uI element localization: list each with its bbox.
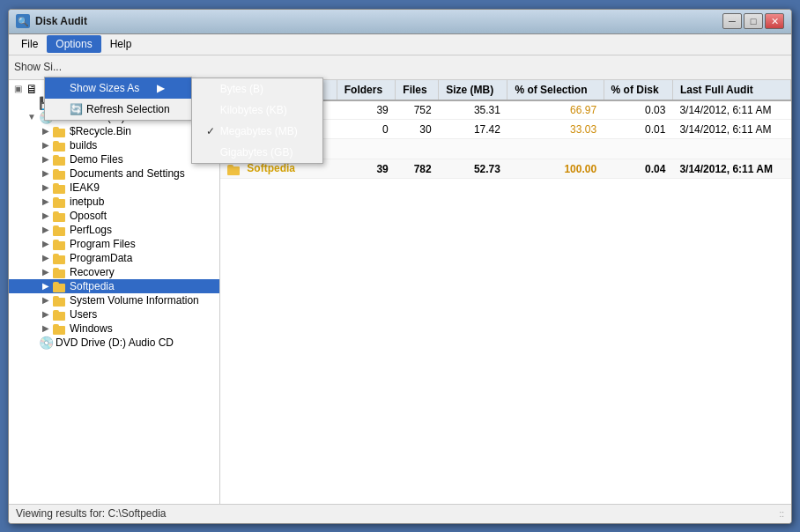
col-pct-sel: % of Selection [507, 80, 604, 100]
folder-icon [53, 308, 67, 321]
row-files: 752 [396, 100, 439, 120]
tree-system-volume[interactable]: ▶ System Volume Information [9, 293, 219, 307]
folder-icon [53, 238, 67, 250]
main-window: 🔍 Disk Audit ─ □ ✕ File Options Help Sho… [8, 9, 792, 524]
row-audit: 3/14/2012, 6:11 AM [672, 120, 790, 139]
menu-bar: File Options Help Show Sizes As ▶ Bytes … [9, 34, 791, 55]
row-pct-disk: 0.03 [604, 100, 672, 120]
folder-icon [227, 163, 241, 175]
totals-files: 782 [396, 159, 439, 179]
refresh-icon: 🔄 [70, 103, 83, 115]
window-controls: ─ □ ✕ [722, 13, 784, 29]
tree-program-files[interactable]: ▶ Program Files [9, 237, 219, 251]
megabytes-option[interactable]: ✓ Megabytes (MB) [192, 121, 322, 142]
folder-icon [53, 181, 67, 194]
totals-pct-disk: 0.04 [604, 159, 672, 179]
tree-users[interactable]: ▶ Users [9, 307, 219, 321]
minimize-button[interactable]: ─ [722, 13, 742, 29]
folder-icon [53, 139, 67, 151]
tree-dvd[interactable]: 💿 DVD Drive (D:) Audio CD [9, 336, 219, 350]
tree-softpedia[interactable]: ▶ Softpedia [9, 279, 219, 293]
tree-recovery[interactable]: ▶ Recovery [9, 265, 219, 279]
totals-audit: 3/14/2012, 6:11 AM [672, 159, 790, 179]
row-pct-sel: 33.03 [507, 120, 604, 139]
totals-pct-sel: 100.00 [507, 159, 604, 179]
col-audit: Last Full Audit [672, 80, 790, 100]
folder-icon [53, 322, 67, 335]
folder-icon [53, 252, 67, 264]
kilobytes-option[interactable]: Kilobytes (KB) [192, 100, 322, 121]
expander-icon: ▣ [11, 84, 25, 93]
col-pct-disk: % of Disk [604, 80, 672, 100]
sizes-submenu: Bytes (B) Kilobytes (KB) ✓ Megabytes (MB… [191, 78, 323, 164]
menu-options[interactable]: Options [47, 35, 100, 53]
col-folders: Folders [337, 80, 396, 100]
folder-icon [53, 224, 67, 236]
col-size: Size (MB) [439, 80, 507, 100]
menu-file[interactable]: File [12, 35, 47, 53]
row-pct-sel: 66.97 [507, 100, 604, 120]
tree-builds[interactable]: ▶ builds [9, 138, 219, 152]
title-bar: 🔍 Disk Audit ─ □ ✕ [9, 10, 791, 34]
content-area: ▣ 🖥 💾 Floppy Disk Drive (A:) ▼ 💿 Local D… [9, 80, 791, 504]
folder-icon [53, 125, 67, 137]
row-audit: 3/14/2012, 6:11 AM [672, 100, 790, 120]
folder-icon [53, 266, 67, 278]
tree-oposoft[interactable]: ▶ Oposoft [9, 209, 219, 223]
row-files: 30 [396, 120, 439, 139]
folder-icon [53, 210, 67, 222]
totals-folders: 39 [337, 159, 396, 179]
tree-windows[interactable]: ▶ Windows [9, 321, 219, 336]
col-files: Files [396, 80, 439, 100]
folder-icon [53, 196, 67, 208]
maximize-button[interactable]: □ [744, 13, 763, 29]
tree-inetpub[interactable]: ▶ inetpub [9, 195, 219, 209]
folder-icon [53, 280, 67, 292]
folder-icon [53, 153, 67, 166]
dvd-icon: 💿 [39, 336, 53, 349]
row-pct-disk: 0.01 [604, 120, 672, 139]
tree-panel: ▣ 🖥 💾 Floppy Disk Drive (A:) ▼ 💿 Local D… [9, 80, 220, 504]
refresh-selection-item[interactable]: 🔄 Refresh Selection [45, 99, 191, 120]
app-icon: 🔍 [16, 14, 30, 28]
gigabytes-option[interactable]: Gigabytes (GB) [192, 142, 322, 163]
menu-help[interactable]: Help [101, 35, 141, 53]
close-button[interactable]: ✕ [765, 13, 784, 29]
computer-icon: 🖥 [25, 83, 39, 95]
toolbar-show-sizes-label: Show Si... [14, 61, 62, 73]
row-size: 17.42 [439, 120, 507, 139]
tree-recycle[interactable]: ▶ $Recycle.Bin [9, 124, 219, 138]
tree-demo-files[interactable]: ▶ Demo Files [9, 152, 219, 166]
tree-perflogs[interactable]: ▶ PerfLogs [9, 223, 219, 237]
row-size: 35.31 [439, 100, 507, 120]
options-dropdown: Show Sizes As ▶ Bytes (B) Kilobytes (KB)… [44, 77, 192, 121]
resize-handle[interactable]: :: [779, 509, 784, 519]
status-text: Viewing results for: C:\Softpedia [16, 507, 167, 520]
tree-programdata[interactable]: ▶ ProgramData [9, 251, 219, 265]
bytes-option[interactable]: Bytes (B) [192, 78, 322, 100]
tree-ieak9[interactable]: ▶ IEAK9 [9, 181, 219, 195]
show-sizes-as-item[interactable]: Show Sizes As ▶ Bytes (B) Kilobytes (KB)… [45, 78, 191, 99]
tree-documents[interactable]: ▶ Documents and Settings [9, 166, 219, 181]
window-title: Disk Audit [35, 15, 722, 27]
row-folders: 0 [337, 120, 396, 139]
row-folders: 39 [337, 100, 396, 120]
folder-icon [53, 294, 67, 307]
submenu-arrow-icon: ▶ [157, 82, 165, 94]
totals-size: 52.73 [439, 159, 507, 179]
status-bar: Viewing results for: C:\Softpedia :: [9, 504, 791, 523]
folder-icon [53, 167, 67, 180]
